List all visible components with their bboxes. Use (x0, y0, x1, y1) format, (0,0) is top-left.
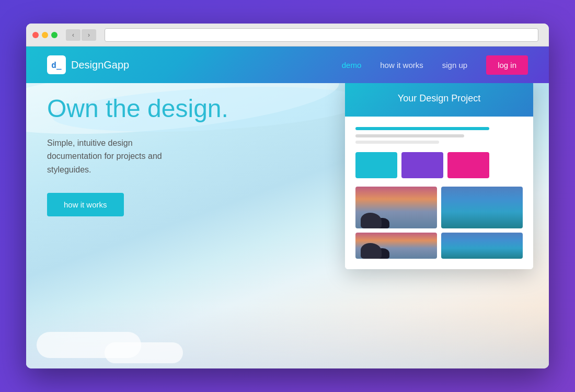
browser-nav-buttons: ‹ › (66, 29, 96, 41)
card-title: Your Design Project (398, 93, 480, 103)
browser-window: ‹ › d_ DesignGapp (26, 24, 549, 368)
traffic-lights (32, 32, 58, 38)
card-line-gray-short (355, 141, 439, 144)
clouds-bottom (26, 306, 549, 368)
back-button[interactable]: ‹ (66, 29, 80, 41)
color-swatches (355, 152, 523, 178)
close-button-icon[interactable] (32, 32, 39, 38)
logo-icon: d_ (47, 55, 66, 74)
logo-container: d_ DesignGapp (47, 55, 129, 74)
hero-subtext: Simple, intuitive designdocumentation fo… (47, 136, 282, 177)
card-body (345, 117, 533, 269)
hero-headline: Own the design. (47, 94, 282, 124)
brand-name: DesignGapp (71, 59, 129, 71)
swatch-purple (401, 152, 443, 178)
site-content: d_ DesignGapp demo how it works sign up … (26, 47, 549, 368)
image-ocean (441, 187, 523, 228)
image-sunset-2 (355, 233, 437, 259)
login-button[interactable]: log in (486, 55, 528, 75)
site-navigation: d_ DesignGapp demo how it works sign up … (26, 47, 549, 83)
swatch-cyan (355, 152, 397, 178)
address-bar[interactable] (105, 28, 538, 42)
project-card: Your Design Project (345, 80, 533, 269)
nav-link-demo[interactable]: demo (342, 61, 362, 70)
card-header: Your Design Project (345, 80, 533, 117)
browser-chrome: ‹ › (26, 24, 549, 47)
image-sunset (355, 187, 437, 228)
card-line-gray-wide (355, 134, 464, 137)
maximize-button-icon[interactable] (51, 32, 58, 38)
nav-link-sign-up[interactable]: sign up (442, 61, 467, 70)
logo-symbol: d_ (51, 60, 61, 70)
forward-button[interactable]: › (82, 29, 96, 41)
card-line-blue (355, 127, 489, 130)
image-ocean-2 (441, 233, 523, 259)
hero-text: Own the design. Simple, intuitive design… (47, 94, 282, 216)
image-grid (355, 187, 523, 259)
cloud-2 (105, 342, 183, 363)
minimize-button-icon[interactable] (42, 32, 48, 38)
nav-links: demo how it works sign up log in (342, 55, 528, 75)
nav-link-how-it-works[interactable]: how it works (380, 61, 423, 70)
swatch-pink (447, 152, 489, 178)
hero-cta-button[interactable]: how it works (47, 193, 124, 216)
